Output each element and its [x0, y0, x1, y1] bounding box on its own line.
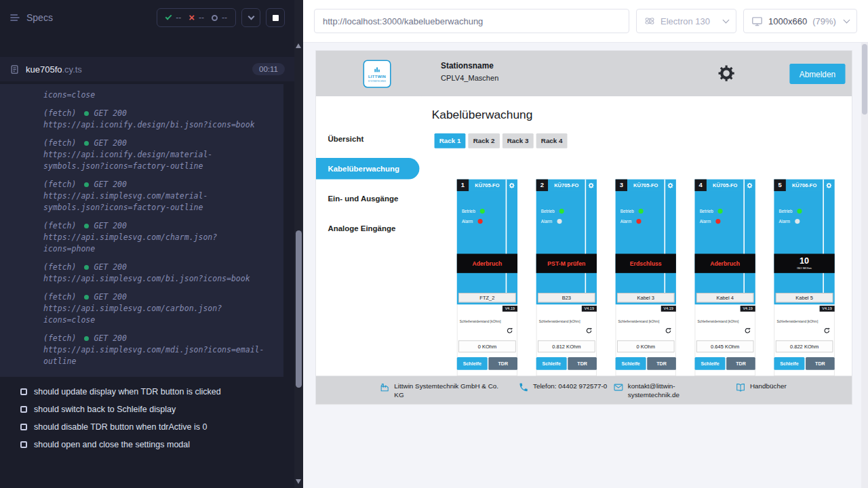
schleife-button[interactable]: Schleife — [457, 357, 488, 370]
card-divider — [743, 180, 745, 293]
browser-select[interactable]: Electron 130 — [636, 9, 736, 33]
card-settings-gear-icon[interactable] — [585, 180, 597, 191]
tdr-button[interactable]: TDR — [647, 357, 676, 370]
card-number-badge: 5 — [774, 180, 785, 191]
nav-item-analoge-eingaenge[interactable]: Analoge Eingänge — [316, 218, 422, 239]
electron-icon — [644, 16, 655, 26]
aut-scrollbar[interactable] — [861, 43, 868, 488]
card-divider — [506, 180, 507, 293]
log-line-partial[interactable]: icons=close — [43, 88, 273, 105]
success-dot-icon — [84, 141, 89, 146]
stat-failed: × -- — [189, 13, 204, 22]
menu-icon — [9, 12, 20, 23]
scrollbar-thumb[interactable] — [862, 44, 867, 115]
card-settings-gear-icon[interactable] — [823, 180, 834, 191]
spec-file-ext: .cy.ts — [62, 64, 82, 75]
device-card-2: 2 KÜ705-FO Betrieb Alarm PST-M prüfen B2… — [536, 180, 597, 376]
schleife-button[interactable]: Schleife — [695, 357, 726, 370]
specs-menu-button[interactable]: Specs — [9, 12, 53, 23]
tdr-button[interactable]: TDR — [806, 357, 835, 370]
schleife-button[interactable]: Schleife — [536, 357, 567, 370]
measurement-banner: 10 ISO MOhm — [774, 253, 834, 272]
success-dot-icon — [84, 265, 89, 270]
factory-icon — [380, 382, 390, 392]
card-number-badge: 4 — [695, 180, 707, 191]
firmware-version: V4.19 — [740, 306, 755, 312]
betrieb-label: Betrieb — [620, 209, 634, 214]
url-input[interactable] — [314, 9, 629, 33]
chevron-down-icon — [844, 17, 850, 24]
reporter-scrollbar[interactable] — [294, 0, 303, 488]
tab-rack-1[interactable]: Rack 1 — [435, 134, 466, 148]
stop-button[interactable] — [266, 8, 285, 27]
card-settings-gear-icon[interactable] — [743, 180, 755, 191]
test-status-icon — [20, 441, 27, 448]
card-settings-gear-icon[interactable] — [665, 180, 676, 191]
tab-rack-3[interactable]: Rack 3 — [502, 134, 534, 148]
spec-file-row[interactable]: kue705fo .cy.ts 00:11 — [0, 57, 294, 81]
log-entry[interactable]: (fetch) GET 200 https://api.simplesvg.co… — [43, 259, 273, 289]
email-icon — [613, 382, 623, 392]
tdr-button[interactable]: TDR — [568, 357, 597, 370]
footer-email[interactable]: kontakt@littwin-systemtechnik.de — [613, 382, 686, 400]
viewport-size: 1000x660 — [768, 16, 807, 26]
status-banner: Aderbruch — [457, 253, 517, 272]
alarm-label: Alarm — [541, 219, 553, 224]
refresh-icon[interactable] — [744, 327, 751, 335]
cable-name-field: B23 — [538, 293, 595, 302]
success-dot-icon — [84, 182, 89, 187]
tdr-button[interactable]: TDR — [488, 357, 517, 370]
scroll-up-arrow-icon[interactable] — [296, 43, 301, 48]
collapse-button[interactable] — [241, 8, 260, 27]
viewport-icon — [751, 16, 763, 27]
test-item[interactable]: should switch back to Schleife display — [0, 401, 281, 418]
alarm-label: Alarm — [779, 219, 791, 224]
tab-rack-2[interactable]: Rack 2 — [469, 134, 500, 148]
footer-manuals-link[interactable]: Handbücher — [736, 382, 787, 392]
device-card-3: 3 KÜ705-FO Betrieb Alarm Erdschluss Kabe… — [616, 180, 676, 376]
tdr-button[interactable]: TDR — [726, 357, 755, 370]
nav-item-kabelueberwachung[interactable]: Kabelüberwachung — [316, 158, 419, 180]
log-entry[interactable]: (fetch) GET 200 https://api.iconify.desi… — [43, 135, 273, 176]
fetch-tag: (fetch) — [43, 220, 76, 232]
log-entry[interactable]: (fetch) GET 200 https://api.iconify.desi… — [43, 105, 273, 135]
footer-phone: Telefon: 04402 972577-0 — [519, 382, 611, 392]
card-settings-gear-icon[interactable] — [506, 180, 517, 191]
tab-rack-4[interactable]: Rack 4 — [536, 134, 568, 148]
nav-item-ein-und-ausgaenge[interactable]: Ein- und Ausgänge — [316, 188, 422, 209]
schleife-button[interactable]: Schleife — [616, 357, 646, 370]
test-stats[interactable]: -- × -- -- — [157, 8, 236, 27]
refresh-icon[interactable] — [585, 327, 593, 335]
cable-name-field: Kabel 4 — [696, 293, 754, 302]
schleife-button[interactable]: Schleife — [774, 357, 804, 370]
status-badge: GET 200 — [84, 220, 126, 232]
test-item[interactable]: should disable TDR button when tdrActive… — [0, 418, 281, 436]
refresh-icon[interactable] — [506, 327, 513, 335]
nav-item-uebersicht[interactable]: Übersicht — [316, 128, 422, 150]
card-model-label: KÜ706-FO — [786, 180, 823, 191]
log-entry[interactable]: (fetch) GET 200 https://api.simplesvg.co… — [43, 176, 273, 218]
fetch-tag: (fetch) — [43, 179, 76, 190]
card-number-badge: 2 — [536, 180, 548, 191]
refresh-icon[interactable] — [665, 327, 672, 335]
settings-gear-icon[interactable] — [718, 65, 735, 82]
refresh-icon[interactable] — [823, 327, 831, 335]
book-icon — [736, 382, 746, 392]
viewport-select[interactable]: 1000x660 (79%) — [743, 9, 857, 33]
test-item[interactable]: should open and close the settings modal — [0, 436, 281, 453]
card-model-label: KÜ705-FO — [548, 180, 585, 191]
logout-button[interactable]: Abmelden — [789, 64, 845, 84]
scroll-down-arrow-icon[interactable] — [296, 479, 301, 484]
phone-icon — [519, 382, 529, 392]
log-entry[interactable]: (fetch) GET 200 https://api.simplesvg.co… — [43, 218, 273, 259]
test-item[interactable]: should update display when TDR button is… — [0, 383, 281, 401]
fetch-tag: (fetch) — [43, 291, 76, 303]
resistance-value: 0.822 KOhm — [776, 340, 833, 352]
betrieb-led — [480, 209, 485, 214]
scrollbar-thumb[interactable] — [296, 230, 302, 388]
resistance-value: 0.812 KOhm — [538, 340, 595, 352]
stat-pending: -- — [212, 13, 227, 22]
log-entry[interactable]: (fetch) GET 200 https://api.simplesvg.co… — [43, 330, 273, 371]
log-entry[interactable]: (fetch) GET 200 https://api.simplesvg.co… — [43, 289, 273, 330]
screen: Specs -- × -- -- — [0, 0, 868, 488]
